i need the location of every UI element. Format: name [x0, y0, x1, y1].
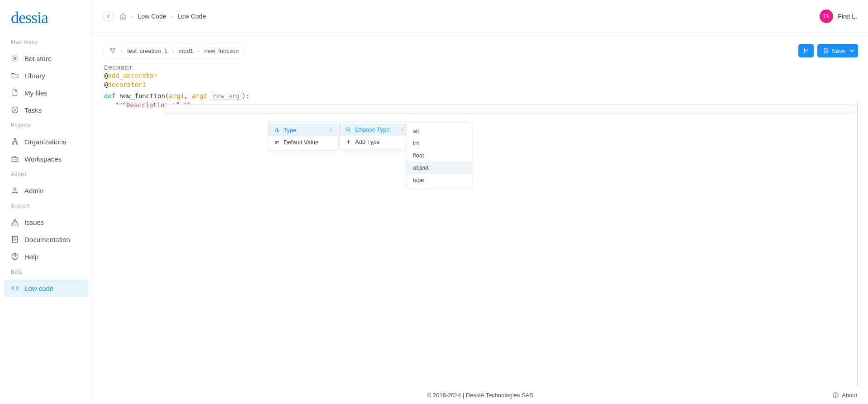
user-icon [11, 186, 19, 195]
type-option-label: float [413, 152, 424, 159]
breadcrumb-item[interactable]: Low Code [138, 13, 166, 20]
sidebar-item-label: My files [24, 89, 47, 97]
module-icon [109, 47, 116, 54]
chevron-right-icon: › [330, 128, 332, 133]
docstring-input[interactable] [165, 104, 854, 114]
type-option-type[interactable]: type [407, 174, 472, 186]
sidebar-item-library[interactable]: Library [0, 67, 92, 84]
main-area: › Low Code › Low Code FL First L. › test… [92, 0, 868, 404]
user-name: First L. [838, 13, 857, 20]
footer: © 2016-2024 | DessiA Technologies SAS Ab… [92, 386, 868, 404]
crumb-item[interactable]: new_function [204, 48, 239, 54]
type-option-label: int [413, 140, 419, 147]
type-option-label: str [413, 128, 419, 134]
warn-icon [11, 218, 19, 226]
help-icon [11, 252, 19, 261]
type-option-int[interactable]: int [407, 137, 472, 149]
sidebar-item-label: Low code [24, 285, 53, 292]
sidebar-item-tasks[interactable]: Tasks [0, 101, 92, 119]
save-icon [823, 48, 829, 54]
menu-item-type[interactable]: AType› [268, 124, 337, 136]
briefcase-icon [11, 155, 19, 163]
sidebar: dessia Main menuBot storeLibraryMy files… [0, 0, 92, 404]
svg-point-12 [804, 48, 806, 50]
nav-section-heading: Admin [0, 167, 92, 182]
chevron-right-icon: › [198, 48, 199, 54]
svg-point-1 [12, 107, 18, 113]
save-button[interactable]: Save [817, 44, 858, 57]
avatar[interactable]: FL [820, 10, 833, 23]
sidebar-item-workspaces[interactable]: Workspaces [0, 150, 92, 167]
decorator-line[interactable]: @add_decorator [104, 71, 858, 80]
chevron-left-icon [106, 14, 111, 19]
svg-point-11 [112, 52, 114, 53]
footer-copyright: © 2016-2024 | DessiA Technologies SAS [427, 392, 533, 399]
nav-section-heading: Support [0, 199, 92, 214]
menu-icon [274, 140, 280, 145]
chevron-right-icon: › [402, 127, 403, 132]
svg-point-4 [16, 143, 18, 144]
code-icon [11, 284, 19, 292]
sidebar-item-bot-store[interactable]: Bot store [0, 50, 92, 67]
crumb-item[interactable]: test_creation_1 [127, 48, 167, 54]
svg-point-0 [14, 57, 16, 60]
branch-icon [803, 48, 809, 54]
file-icon [11, 89, 19, 97]
menu-item-default-value[interactable]: Default Value [268, 136, 337, 148]
check-icon [11, 106, 19, 114]
sidebar-item-label: Bot store [24, 55, 52, 62]
sidebar-item-issues[interactable]: Issues [0, 214, 92, 231]
sidebar-item-organizations[interactable]: Organizations [0, 133, 92, 150]
menu-item-label: Type [284, 127, 296, 133]
type-option-label: type [413, 176, 424, 183]
sidebar-item-low-code[interactable]: Low code [4, 280, 88, 297]
sidebar-item-label: Tasks [24, 106, 42, 114]
nav-section-heading: Beta [0, 265, 92, 280]
sidebar-item-my-files[interactable]: My files [0, 84, 92, 101]
editor-area: › test_creation_1 › mod1 › new_function … [92, 33, 868, 386]
branch-button[interactable] [798, 44, 814, 57]
type-option-object[interactable]: object [407, 162, 472, 174]
sidebar-item-admin[interactable]: Admin [0, 182, 92, 199]
about-link[interactable]: About [842, 392, 857, 399]
breadcrumb-item[interactable]: Low Code [177, 13, 206, 20]
menu-item-label: Add Type [355, 138, 380, 145]
menu-item-choose-type[interactable]: Choose Type› [340, 124, 408, 136]
collapse-sidebar-button[interactable] [103, 11, 114, 22]
bot-icon [11, 54, 19, 62]
svg-point-13 [804, 52, 806, 53]
type-option-str[interactable]: str [407, 125, 472, 137]
type-option-float[interactable]: float [407, 149, 472, 162]
doc-icon [11, 235, 19, 243]
svg-point-15 [346, 128, 350, 131]
type-option-label: object [413, 164, 429, 171]
sidebar-item-label: Workspaces [24, 155, 62, 163]
crumb-item[interactable]: mod1 [179, 48, 194, 54]
context-menu-typelist: strintfloatobjecttype [406, 123, 472, 188]
menu-item-label: Choose Type [355, 126, 389, 133]
chevron-right-icon: › [131, 13, 133, 20]
chevron-right-icon: › [121, 48, 123, 54]
home-icon[interactable] [119, 13, 127, 20]
decorator-line[interactable]: @decorator1 [104, 80, 858, 89]
sidebar-item-label: Organizations [24, 138, 66, 146]
sidebar-item-label: Admin [24, 187, 44, 195]
editor-breadcrumb: › test_creation_1 › mod1 › new_function [102, 43, 246, 58]
svg-rect-5 [12, 157, 18, 162]
chevron-down-icon [850, 48, 854, 53]
menu-icon: A [274, 126, 280, 133]
logo: dessia [0, 8, 92, 35]
org-icon [11, 138, 19, 146]
search-icon [345, 127, 351, 133]
sidebar-item-label: Documentation [24, 236, 70, 243]
sidebar-item-help[interactable]: Help [0, 248, 92, 265]
code-canvas[interactable]: """Description of th [102, 100, 858, 386]
sidebar-item-documentation[interactable]: Documentation [0, 231, 92, 248]
svg-point-6 [14, 188, 16, 190]
def-line[interactable]: def new_function(arg1, arg2 new_arg): [104, 91, 858, 100]
new-arg-slot[interactable]: new_arg [211, 92, 242, 100]
context-menu-arg: AType›Default Value [268, 121, 337, 151]
nav-section-heading: Main menu [0, 35, 92, 50]
context-menu-type: Choose Type›Add Type [339, 121, 409, 150]
menu-item-add-type[interactable]: Add Type [340, 136, 408, 148]
